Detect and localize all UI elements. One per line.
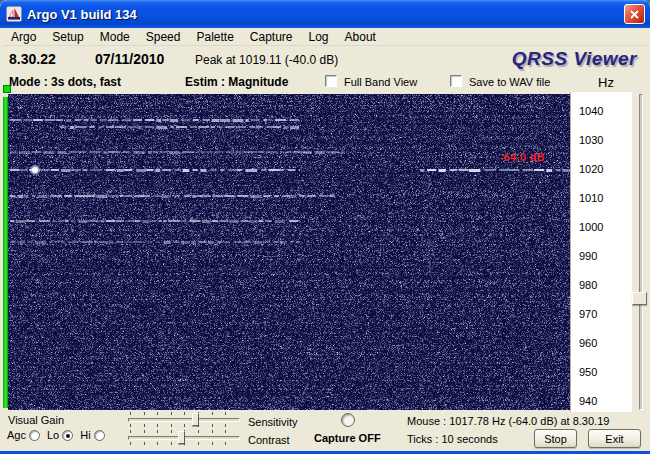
freq-label: 940 — [579, 395, 597, 407]
menu-bar: Argo Setup Mode Speed Palette Capture Lo… — [3, 28, 647, 46]
radio-lo[interactable]: Lo — [47, 429, 73, 441]
status-row: Mode : 3s dots, fast Estim : Magnitude F… — [3, 72, 647, 92]
close-button[interactable] — [624, 4, 645, 24]
close-icon — [630, 10, 639, 19]
freq-label: 990 — [579, 250, 597, 262]
visual-gain-label: Visual Gain — [8, 414, 64, 426]
info-row: 8.30.22 07/11/2010 Peak at 1019.11 (-40.… — [3, 46, 647, 72]
clock-readout: 8.30.22 — [9, 51, 56, 67]
radio-agc-label: Agc — [7, 429, 26, 441]
hz-unit-label: Hz — [598, 75, 614, 90]
spectrogram-area: -64.0 dB 1040 1030 1020 1010 1000 990 98… — [3, 92, 647, 412]
visual-gain-radios: Agc Lo Hi — [7, 429, 105, 441]
freq-label: 1000 — [579, 221, 603, 233]
exit-button[interactable]: Exit — [588, 429, 641, 448]
menu-palette[interactable]: Palette — [188, 29, 241, 45]
freq-label: 950 — [579, 366, 597, 378]
radio-agc[interactable]: Agc — [7, 429, 40, 441]
title-bar[interactable]: Argo V1 build 134 — [0, 0, 650, 28]
menu-capture[interactable]: Capture — [242, 29, 301, 45]
sensitivity-slider-thumb[interactable] — [192, 413, 199, 426]
menu-about[interactable]: About — [337, 29, 384, 45]
mode-readout: Mode : 3s dots, fast — [9, 75, 121, 89]
capture-indicator-led — [341, 413, 355, 427]
menu-mode[interactable]: Mode — [92, 29, 138, 45]
spectrogram-canvas[interactable] — [8, 94, 570, 410]
sensitivity-label: Sensitivity — [248, 416, 298, 428]
slider-ticks — [130, 412, 238, 415]
radio-hi-circle[interactable] — [94, 430, 105, 441]
mouse-position-readout: Mouse : 1017.78 Hz (-64.0 dB) at 8.30.19 — [407, 415, 609, 427]
freq-label: 970 — [579, 308, 597, 320]
menu-log[interactable]: Log — [301, 29, 337, 45]
frequency-scrollbar-track[interactable] — [639, 94, 643, 410]
window-title: Argo V1 build 134 — [27, 7, 137, 22]
freq-label: 1010 — [579, 192, 603, 204]
contrast-slider-thumb[interactable] — [178, 431, 185, 444]
freq-label: 1040 — [579, 105, 603, 117]
radio-agc-circle[interactable] — [29, 430, 40, 441]
save-to-wav-checkbox[interactable] — [450, 75, 462, 87]
capture-status-label: Capture OFF — [314, 432, 381, 444]
full-band-view-label: Full Band View — [344, 76, 417, 88]
app-icon[interactable] — [6, 6, 22, 22]
menu-setup[interactable]: Setup — [44, 29, 91, 45]
control-bar: Visual Gain Agc Lo Hi — [3, 412, 647, 451]
peak-db-annotation: -64.0 dB — [500, 151, 545, 163]
radio-lo-label: Lo — [47, 429, 59, 441]
frequency-scrollbar-thumb[interactable] — [632, 292, 647, 305]
contrast-slider[interactable] — [128, 430, 240, 445]
menu-argo[interactable]: Argo — [3, 29, 44, 45]
stop-button[interactable]: Stop — [534, 429, 577, 448]
activity-led — [3, 85, 11, 93]
date-readout: 07/11/2010 — [95, 51, 164, 67]
radio-hi[interactable]: Hi — [80, 429, 104, 441]
full-band-view-checkbox[interactable] — [325, 75, 337, 87]
qrss-viewer-logo: QRSS Viewer — [512, 48, 637, 70]
freq-label: 960 — [579, 337, 597, 349]
signal-level-bar — [3, 97, 8, 408]
peak-readout: Peak at 1019.11 (-40.0 dB) — [195, 53, 338, 67]
ticks-readout: Ticks : 10 seconds — [407, 433, 498, 445]
menu-speed[interactable]: Speed — [138, 29, 189, 45]
contrast-label: Contrast — [248, 434, 290, 446]
slider-ticks — [130, 424, 238, 427]
freq-label: 1020 — [579, 163, 603, 175]
freq-label: 1030 — [579, 134, 603, 146]
estim-readout: Estim : Magnitude — [185, 75, 288, 89]
radio-hi-label: Hi — [80, 429, 90, 441]
sensitivity-slider[interactable] — [128, 412, 240, 427]
frequency-scale: 1040 1030 1020 1010 1000 990 980 970 960… — [570, 92, 632, 412]
sensitivity-slider-track[interactable] — [128, 418, 240, 422]
argo-window: Argo V1 build 134 Argo Setup Mode Speed … — [0, 0, 650, 454]
radio-lo-circle[interactable] — [62, 430, 73, 441]
save-to-wav-label: Save to WAV file — [469, 76, 550, 88]
freq-label: 980 — [579, 279, 597, 291]
